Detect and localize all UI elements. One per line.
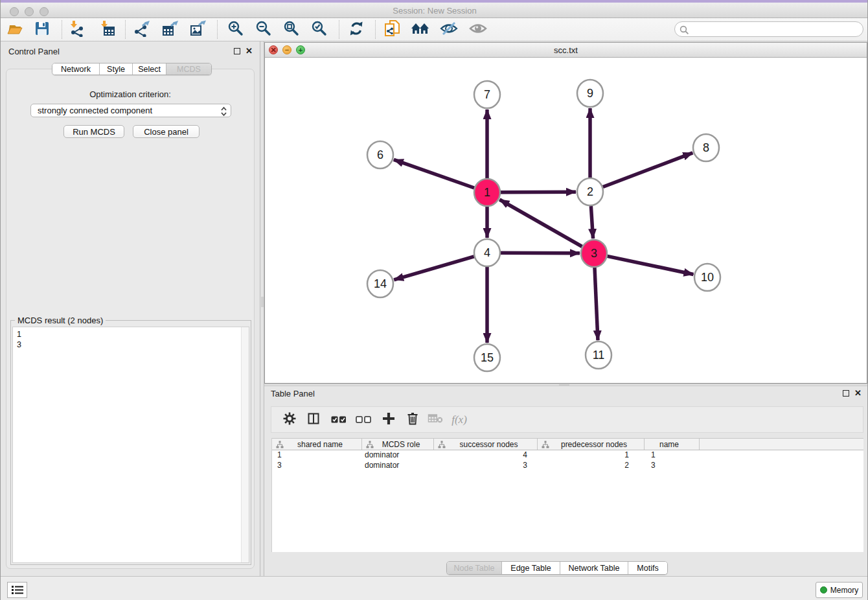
optimization-criterion-select[interactable]: strongly connected component bbox=[30, 104, 231, 117]
cell-predecessor-nodes[interactable]: 2 bbox=[538, 461, 645, 471]
toolbar-separator bbox=[339, 20, 339, 39]
graph-edge-3-11[interactable] bbox=[595, 268, 598, 340]
cell-mcds-role[interactable]: dominator bbox=[362, 450, 434, 461]
network-window-titlebar[interactable]: ✕ − + scc.txt bbox=[265, 43, 867, 58]
export-image-icon[interactable] bbox=[190, 20, 207, 40]
close-panel-button[interactable]: Close panel bbox=[133, 125, 200, 138]
svg-text:1: 1 bbox=[484, 186, 490, 199]
splitter-grip[interactable] bbox=[261, 297, 264, 307]
delete-column-trash-icon[interactable] bbox=[407, 411, 418, 428]
graph-edge-4-14[interactable] bbox=[394, 257, 474, 280]
table-settings-gear-icon[interactable] bbox=[283, 412, 296, 428]
graph-node-11[interactable]: 11 bbox=[586, 341, 611, 369]
graph-node-3[interactable]: 3 bbox=[581, 240, 607, 267]
tab-style[interactable]: Style bbox=[100, 63, 133, 75]
clone-network-icon[interactable] bbox=[383, 19, 402, 40]
export-table-icon[interactable] bbox=[162, 20, 179, 40]
column-header-shared-name[interactable]: shared name bbox=[272, 439, 362, 450]
result-scrollbar[interactable] bbox=[241, 327, 249, 562]
function-builder-icon: f(x) bbox=[451, 413, 467, 426]
deselect-all-icon[interactable] bbox=[356, 414, 371, 426]
tab-mcds[interactable]: MCDS bbox=[166, 63, 211, 75]
column-type-icon bbox=[276, 441, 284, 448]
table-row[interactable]: 1 dominator 4 1 1 bbox=[272, 450, 863, 461]
graph-node-7[interactable]: 7 bbox=[474, 81, 500, 108]
graph-node-1[interactable]: 1 bbox=[474, 179, 500, 206]
tab-network-table[interactable]: Network Table bbox=[560, 562, 628, 574]
mcds-panel: Optimization criterion: strongly connect… bbox=[6, 69, 255, 569]
control-panel-close-icon[interactable]: ✕ bbox=[246, 48, 253, 54]
tab-edge-table[interactable]: Edge Table bbox=[502, 562, 560, 574]
cell-successor-nodes[interactable]: 3 bbox=[434, 461, 538, 471]
task-history-button[interactable] bbox=[7, 582, 27, 598]
zoom-selected-icon[interactable] bbox=[311, 20, 328, 40]
memory-button[interactable]: Memory bbox=[816, 582, 863, 598]
column-header-predecessor-nodes[interactable]: predecessor nodes bbox=[538, 439, 645, 450]
zoom-in-icon[interactable] bbox=[227, 20, 244, 40]
show-eye-icon bbox=[469, 21, 487, 38]
graph-node-4[interactable]: 4 bbox=[474, 239, 500, 266]
vertical-splitter[interactable] bbox=[260, 41, 264, 576]
add-column-icon[interactable] bbox=[382, 411, 396, 428]
table-row[interactable]: 3 dominator 3 2 3 bbox=[272, 461, 863, 471]
cell-name[interactable]: 3 bbox=[645, 461, 700, 471]
tab-node-table[interactable]: Node Table bbox=[447, 562, 502, 574]
import-network-icon[interactable] bbox=[69, 20, 86, 40]
graph-node-14[interactable]: 14 bbox=[367, 270, 393, 297]
hide-eye-icon[interactable] bbox=[440, 21, 458, 39]
graph-node-8[interactable]: 8 bbox=[693, 134, 719, 161]
network-canvas[interactable]: 7968124314101511 bbox=[265, 58, 867, 383]
select-all-icon[interactable] bbox=[331, 414, 347, 426]
graph-node-2[interactable]: 2 bbox=[577, 178, 603, 205]
cell-successor-nodes[interactable]: 4 bbox=[434, 450, 538, 461]
graph-edge-1-6[interactable] bbox=[394, 159, 474, 188]
graph-node-9[interactable]: 9 bbox=[577, 80, 603, 107]
tab-select[interactable]: Select bbox=[133, 63, 166, 75]
toolbar-separator bbox=[375, 20, 376, 39]
graph-edge-3-10[interactable] bbox=[608, 256, 694, 274]
cell-mcds-role[interactable]: dominator bbox=[362, 461, 434, 471]
graph-edge-2-3[interactable] bbox=[591, 206, 593, 238]
node-table: shared name MCDS role successor nodes pr… bbox=[271, 438, 863, 552]
home-icon[interactable] bbox=[411, 21, 430, 39]
cell-predecessor-nodes[interactable]: 1 bbox=[538, 450, 645, 461]
column-visibility-icon[interactable] bbox=[308, 413, 319, 427]
mcds-result-textarea[interactable]: 1 3 bbox=[12, 327, 249, 563]
cell-shared-name[interactable]: 1 bbox=[272, 450, 362, 461]
tab-network[interactable]: Network bbox=[52, 63, 100, 75]
zoom-fit-icon[interactable] bbox=[283, 20, 300, 40]
open-file-icon[interactable] bbox=[6, 21, 23, 39]
column-header-mcds-role[interactable]: MCDS role bbox=[362, 439, 434, 450]
cell-shared-name[interactable]: 3 bbox=[272, 461, 362, 471]
column-type-icon bbox=[366, 441, 374, 448]
tab-motifs[interactable]: Motifs bbox=[628, 562, 667, 574]
export-network-icon[interactable] bbox=[133, 20, 150, 40]
cell-name[interactable]: 1 bbox=[645, 450, 700, 461]
mcds-result-title: MCDS result (2 nodes) bbox=[15, 316, 106, 325]
splitter-grip[interactable] bbox=[559, 384, 569, 386]
table-panel-float-icon[interactable] bbox=[843, 390, 849, 397]
control-panel-float-icon[interactable] bbox=[234, 48, 240, 54]
graph-node-6[interactable]: 6 bbox=[367, 141, 393, 168]
toolbar-search-field[interactable] bbox=[674, 21, 863, 37]
table-panel-close-icon[interactable]: ✕ bbox=[854, 390, 862, 397]
save-session-icon[interactable] bbox=[34, 21, 50, 39]
search-icon bbox=[680, 25, 689, 35]
graph-edge-1-2[interactable] bbox=[501, 192, 576, 192]
import-table-icon[interactable] bbox=[99, 20, 116, 40]
column-header-name[interactable]: name bbox=[645, 439, 700, 450]
window-titlebar[interactable]: Session: New Session bbox=[1, 3, 868, 18]
graph-edge-4-3[interactable] bbox=[501, 253, 580, 253]
refresh-icon[interactable] bbox=[348, 20, 365, 40]
run-mcds-button[interactable]: Run MCDS bbox=[63, 125, 124, 138]
graph-edge-3-1[interactable] bbox=[499, 200, 582, 246]
horizontal-splitter[interactable] bbox=[264, 384, 868, 386]
svg-text:7: 7 bbox=[484, 88, 490, 101]
graph-node-15[interactable]: 15 bbox=[474, 344, 500, 371]
zoom-out-icon[interactable] bbox=[255, 20, 272, 40]
graph-edge-2-8[interactable] bbox=[603, 153, 693, 187]
column-header-successor-nodes[interactable]: successor nodes bbox=[434, 439, 538, 450]
search-input[interactable] bbox=[691, 23, 859, 36]
graph-node-10[interactable]: 10 bbox=[694, 264, 720, 291]
toolbar-separator bbox=[125, 20, 126, 39]
